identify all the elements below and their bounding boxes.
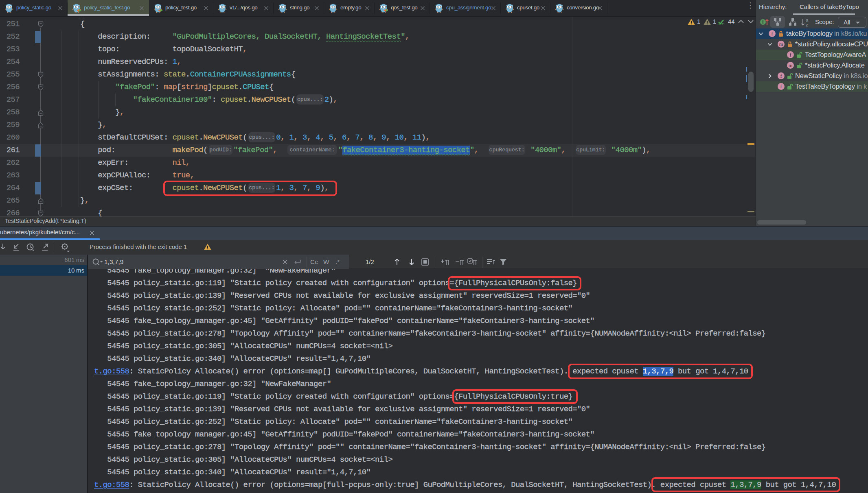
svg-text:m: m [789,63,793,68]
svg-text:z: z [806,22,808,27]
svg-text:m: m [779,41,783,47]
svg-text:a: a [806,18,809,22]
